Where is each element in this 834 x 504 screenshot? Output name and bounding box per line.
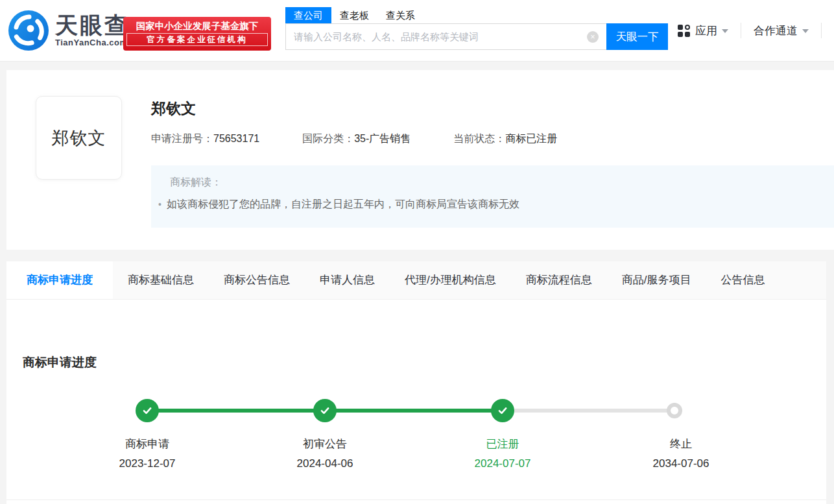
interpretation-title: 商标解读： [170,176,834,189]
tianyancha-logo[interactable]: 天眼查 TianYanCha.com [8,10,129,51]
tab-gazette-info[interactable]: 商标公告信息 [209,261,305,299]
trademark-info-row: 申请注册号：75653171 国际分类：35-广告销售 当前状态：商标已注册 [151,132,600,146]
search-tab-relation[interactable]: 查关系 [377,7,423,23]
tab-applicant-info[interactable]: 申请人信息 [305,261,390,299]
divider [741,23,741,38]
header-nav: 应用 合作通道 [678,23,834,38]
tianyancha-eye-icon [8,10,49,51]
step-date: 2034-07-06 [653,457,709,470]
apps-menu[interactable]: 应用 [678,23,728,38]
registration-number-field: 申请注册号：75653171 [151,132,259,146]
detail-tabbar: 商标申请进度 商标基础信息 商标公告信息 申请人信息 代理/办理机构信息 商标流… [6,261,826,300]
step-date: 2023-12-07 [119,457,176,470]
logo-title: 天眼查 [55,14,129,38]
divider [6,499,826,500]
trademark-summary-card: 郑钦文 郑钦文 申请注册号：75653171 国际分类：35-广告销售 当前状态… [6,70,834,250]
trademark-interpretation: 商标解读： 如该商标侵犯了您的品牌，自注册之日起五年内，可向商标局宣告该商标无效 [151,165,834,228]
step-label: 初审公告 [303,437,347,451]
search-button[interactable]: 天眼一下 [606,23,668,50]
trademark-name: 郑钦文 [151,99,196,119]
search-input[interactable] [285,23,606,50]
interpretation-bullet: 如该商标侵犯了您的品牌，自注册之日起五年内，可向商标局宣告该商标无效 [158,198,834,211]
search-box: × 天眼一下 [285,23,668,50]
check-circle-icon [136,399,159,422]
official-credit-badge: 国家中小企业发展子基金旗下 官方备案企业征信机构 [123,17,271,51]
partner-channel-menu[interactable]: 合作通道 [754,23,809,38]
divider [821,23,822,38]
intl-class-field: 国际分类：35-广告销售 [302,132,411,146]
search-tab-boss[interactable]: 查老板 [331,7,377,23]
trademark-detail-card: 商标申请进度 商标基础信息 商标公告信息 申请人信息 代理/办理机构信息 商标流… [6,261,826,504]
clear-search-icon[interactable]: × [587,31,599,43]
search-module: 查公司 查老板 查关系 × 天眼一下 [285,7,668,50]
tab-agency-info[interactable]: 代理/办理机构信息 [390,261,511,299]
timeline-segment-done [325,409,503,413]
tab-application-progress[interactable]: 商标申请进度 [6,261,113,299]
apps-grid-icon [678,25,690,37]
trademark-image: 郑钦文 [36,96,122,180]
search-tabs: 查公司 查老板 查关系 [285,7,668,23]
step-date: 2024-07-07 [475,457,531,470]
tab-process-info[interactable]: 商标流程信息 [511,261,607,299]
tab-basic-info[interactable]: 商标基础信息 [113,261,209,299]
pending-circle-icon [667,403,682,418]
current-status-field: 当前状态：商标已注册 [453,132,557,146]
step-date: 2024-04-06 [297,457,353,470]
tab-goods-services[interactable]: 商品/服务项目 [607,261,706,299]
check-circle-icon [313,399,337,422]
timeline-segment-pending [503,409,674,413]
chevron-down-icon [722,29,728,33]
apps-label: 应用 [695,23,717,38]
step-label: 商标申请 [125,437,169,451]
chevron-down-icon [802,29,809,33]
partner-label: 合作通道 [754,23,798,38]
top-header: 天眼查 TianYanCha.com 国家中小企业发展子基金旗下 官方备案企业征… [0,0,834,62]
check-circle-icon [491,399,514,422]
timeline-segment-done [147,409,325,413]
search-tab-company[interactable]: 查公司 [285,7,331,23]
logo-domain: TianYanCha.com [55,38,129,47]
badge-line1: 国家中小企业发展子基金旗下 [126,19,268,33]
section-title: 商标申请进度 [23,354,97,371]
step-label: 已注册 [486,437,519,451]
badge-line2: 官方备案企业征信机构 [126,33,268,46]
tab-announcement-info[interactable]: 公告信息 [706,261,780,299]
step-label: 终止 [670,437,692,451]
